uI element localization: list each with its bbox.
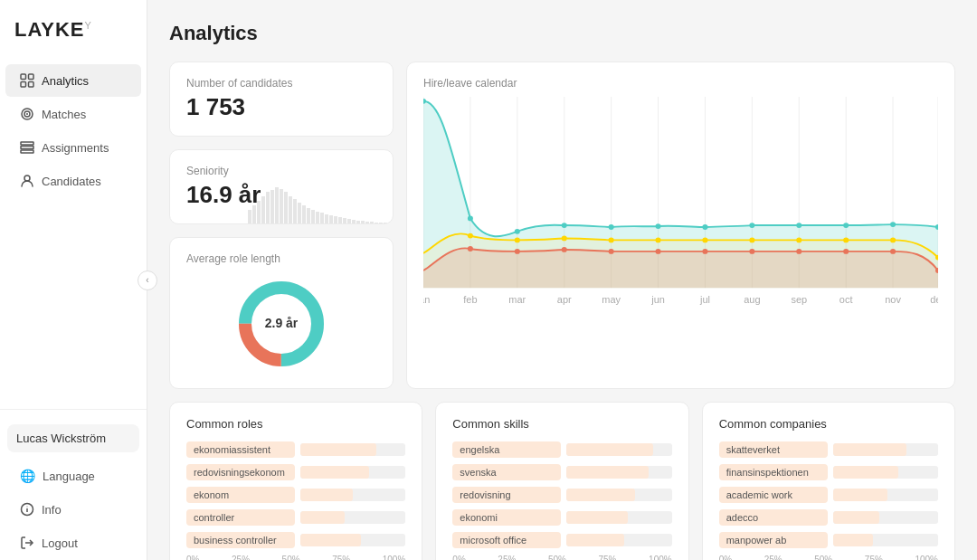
top-stats-row: Number of candidates 1 753 Seniority 16.… [169, 62, 955, 389]
svg-point-94 [890, 249, 896, 254]
bar-item: microsoft office [452, 532, 671, 548]
bar-bg [300, 466, 405, 479]
user-card: Lucas Wickström [7, 424, 139, 452]
svg-rect-31 [320, 213, 324, 223]
svg-rect-25 [293, 199, 297, 223]
collapse-sidebar-button[interactable]: ‹ [138, 271, 157, 290]
common-companies-title: Common companies [719, 417, 938, 431]
bar-label: manpower ab [719, 532, 828, 548]
svg-rect-2 [21, 82, 26, 88]
bar-item: manpower ab [719, 532, 938, 548]
bar-bg [833, 489, 938, 501]
bar-bg [300, 534, 405, 546]
svg-rect-24 [289, 196, 292, 223]
sidebar-item-assignments[interactable]: Assignments [5, 131, 141, 164]
bar-label: svenska [452, 464, 561, 480]
sidebar-item-analytics-label: Analytics [42, 74, 89, 88]
sidebar-item-info[interactable]: Info [5, 493, 141, 526]
svg-point-65 [562, 223, 567, 228]
svg-text:aug: aug [744, 295, 760, 306]
svg-text:mar: mar [508, 295, 526, 306]
common-roles-card: Common roles ekonomiassistent redovisnin… [169, 402, 422, 560]
user-name: Lucas Wickström [16, 432, 106, 445]
svg-rect-15 [248, 210, 251, 223]
svg-rect-3 [29, 82, 34, 88]
svg-rect-17 [257, 201, 261, 223]
sidebar-item-matches-label: Matches [42, 108, 86, 121]
sidebar-bottom: Lucas Wickström 🌐 Language Info Logout [0, 409, 147, 560]
logout-label: Logout [42, 536, 78, 550]
companies-axis: 0% 25% 50% 75% 100% [719, 555, 938, 560]
bar-label: finansinspektionen [719, 464, 828, 480]
skills-bars: engelska svenska redovisning ekonomi mic… [452, 441, 671, 548]
sidebar-item-logout[interactable]: Logout [5, 527, 141, 559]
svg-rect-23 [284, 192, 288, 223]
svg-point-74 [468, 233, 473, 239]
svg-rect-44 [379, 223, 383, 223]
svg-rect-42 [370, 222, 374, 223]
sidebar-item-language[interactable]: 🌐 Language [5, 460, 141, 492]
sidebar-item-analytics[interactable]: Analytics [5, 64, 141, 97]
svg-rect-20 [270, 190, 274, 223]
bar-item: business controller [186, 532, 405, 548]
svg-rect-45 [384, 223, 387, 223]
info-icon [20, 502, 34, 517]
svg-rect-16 [252, 205, 256, 223]
svg-point-68 [702, 224, 707, 230]
bar-item: redovisningsekonom [186, 464, 405, 480]
svg-rect-19 [266, 192, 270, 223]
svg-rect-32 [325, 214, 328, 223]
svg-text:dec: dec [930, 295, 938, 306]
avg-role-card: Average role length 2.9 år [169, 237, 394, 389]
bar-item: controller [186, 509, 405, 526]
svg-text:oct: oct [839, 295, 853, 306]
svg-text:nov: nov [885, 295, 901, 306]
bar-label: skatteverket [719, 441, 828, 458]
bar-item: svenska [452, 464, 671, 480]
svg-rect-0 [21, 74, 26, 80]
bar-bg [566, 489, 671, 501]
bar-bg [833, 511, 938, 524]
bar-label: controller [186, 509, 295, 526]
sidebar: LAYKEY Analytics Matches Assignments [0, 0, 147, 560]
svg-point-83 [890, 238, 896, 243]
svg-point-6 [26, 113, 28, 115]
svg-text:feb: feb [463, 295, 477, 306]
bar-item: skatteverket [719, 441, 938, 458]
svg-rect-27 [302, 205, 306, 223]
bar-item: engelska [452, 441, 671, 458]
common-skills-card: Common skills engelska svenska redovisni… [435, 402, 688, 560]
svg-point-78 [656, 238, 661, 243]
info-label: Info [42, 503, 62, 517]
svg-point-64 [515, 229, 520, 234]
skills-axis: 0% 25% 50% 75% 100% [452, 555, 671, 560]
seniority-label: Seniority [186, 165, 376, 177]
svg-point-91 [749, 249, 754, 254]
seniority-histogram [248, 183, 393, 223]
sidebar-item-assignments-label: Assignments [42, 141, 109, 155]
svg-point-69 [749, 223, 754, 228]
svg-text:jan: jan [423, 295, 430, 306]
svg-point-92 [796, 249, 802, 254]
svg-point-70 [796, 223, 802, 228]
hire-leave-chart: jan feb mar apr may jun jul aug sep oct … [423, 97, 938, 314]
bottom-charts-row: Common roles ekonomiassistent redovisnin… [169, 402, 955, 560]
bar-label: redovisningsekonom [186, 464, 295, 480]
companies-bars: skatteverket finansinspektionen academic… [719, 441, 938, 548]
svg-text:jul: jul [699, 295, 710, 306]
candidates-card: Number of candidates 1 753 [169, 62, 394, 137]
sidebar-item-candidates[interactable]: Candidates [5, 165, 141, 197]
logo: LAYKEY [0, 0, 147, 63]
candidates-value: 1 753 [186, 93, 376, 121]
svg-point-72 [890, 222, 896, 227]
svg-point-67 [656, 223, 661, 229]
bar-label: microsoft office [452, 532, 561, 548]
language-label: Language [43, 470, 95, 483]
svg-rect-7 [21, 142, 33, 145]
sidebar-item-matches[interactable]: Matches [5, 98, 141, 130]
roles-axis: 0% 25% 50% 75% 100% [186, 555, 405, 560]
svg-rect-34 [334, 216, 337, 223]
svg-rect-26 [298, 203, 301, 223]
svg-text:jun: jun [650, 295, 665, 306]
bar-item: finansinspektionen [719, 464, 938, 480]
